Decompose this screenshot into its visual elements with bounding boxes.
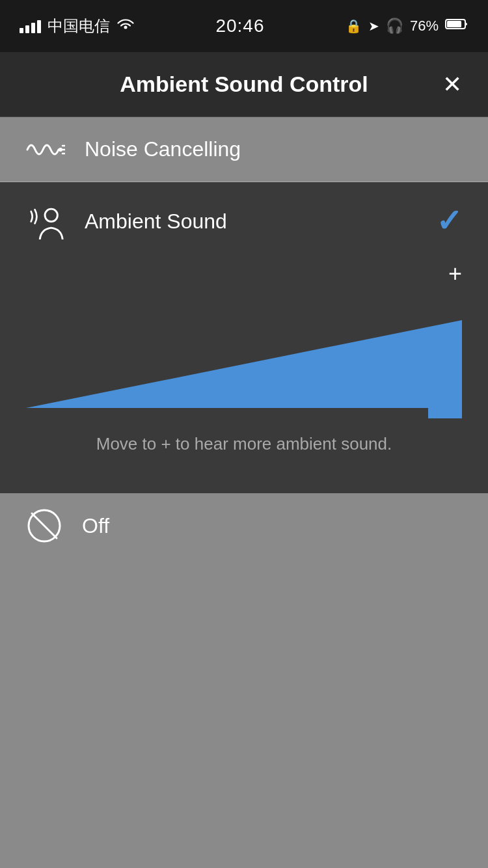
volume-triangle (26, 291, 462, 408)
off-icon (26, 508, 62, 544)
slider-hint-text: Move to + to hear more ambient sound. (26, 414, 462, 480)
status-left: 中国电信 (20, 16, 135, 36)
app-header: Ambient Sound Control ✕ (0, 52, 488, 117)
carrier-text: 中国电信 (47, 16, 110, 36)
triangle-container[interactable] (26, 291, 462, 408)
status-bar: 中国电信 20:46 🔒 ➤ 🎧 76% (0, 0, 488, 52)
page-title: Ambient Sound Control (59, 72, 429, 97)
close-button[interactable]: ✕ (429, 73, 462, 96)
bottom-area: 值 什么值得买 (0, 558, 488, 868)
status-time: 20:46 (215, 16, 264, 36)
location-icon: 🔒 (346, 18, 362, 34)
noise-cancelling-icon (26, 137, 65, 163)
battery-text: 76% (410, 18, 439, 34)
off-row[interactable]: Off (0, 493, 488, 558)
ambient-section: Ambient Sound ✓ + Move to + to hear more… (0, 182, 488, 493)
battery-icon (445, 18, 468, 34)
status-right: 🔒 ➤ 🎧 76% (346, 18, 468, 34)
off-label: Off (82, 514, 109, 538)
headphone-icon: 🎧 (386, 18, 403, 34)
noise-cancelling-label: Noise Cancelling (85, 137, 241, 161)
svg-rect-1 (447, 21, 461, 27)
svg-marker-7 (26, 320, 462, 408)
slider-section: + Move to + to hear more ambient sound. (0, 260, 488, 493)
ambient-sound-label: Ambient Sound (85, 210, 416, 234)
svg-line-10 (32, 513, 57, 538)
navigation-icon: ➤ (368, 18, 379, 34)
wifi-icon (116, 17, 135, 35)
ambient-sound-row[interactable]: Ambient Sound ✓ (0, 182, 488, 260)
slider-handle[interactable] (428, 379, 462, 421)
plus-label: + (26, 260, 462, 288)
signal-icon (20, 19, 41, 33)
svg-marker-8 (428, 379, 462, 418)
ambient-sound-checkmark: ✓ (436, 206, 462, 237)
noise-cancelling-row[interactable]: Noise Cancelling (0, 117, 488, 182)
svg-point-6 (45, 209, 57, 221)
ambient-sound-icon (26, 202, 65, 241)
